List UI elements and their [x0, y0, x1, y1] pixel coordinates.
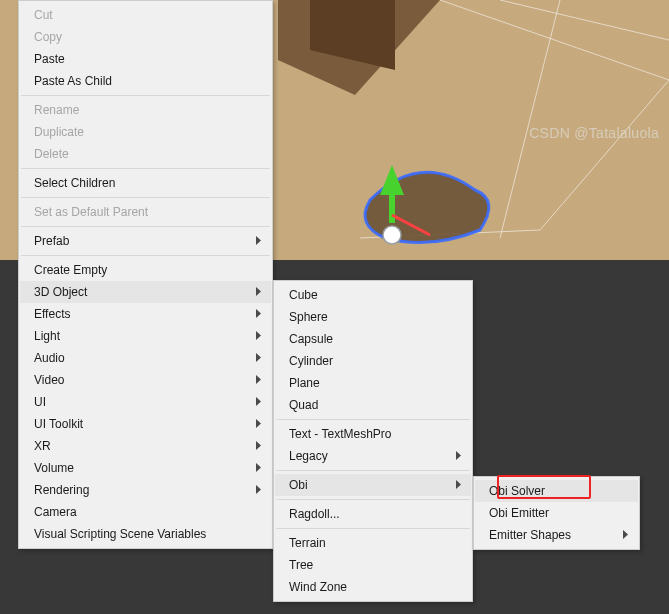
menu-item-label: Create Empty [34, 263, 107, 277]
menu-item-label: Wind Zone [289, 580, 347, 594]
context-menu-main[interactable]: CutCopyPastePaste As ChildRenameDuplicat… [18, 0, 273, 549]
context-menu-3d-object[interactable]: CubeSphereCapsuleCylinderPlaneQuadText -… [273, 280, 473, 602]
menu-item-label: UI Toolkit [34, 417, 83, 431]
menu-item-video[interactable]: Video [20, 369, 271, 391]
menu-separator [21, 168, 270, 169]
menu-item-xr[interactable]: XR [20, 435, 271, 457]
menu-item-ragdoll[interactable]: Ragdoll... [275, 503, 471, 525]
menu-separator [21, 226, 270, 227]
menu-item-label: Tree [289, 558, 313, 572]
menu-item-set-as-default-parent: Set as Default Parent [20, 201, 271, 223]
menu-item-label: Cube [289, 288, 318, 302]
menu-item-ui[interactable]: UI [20, 391, 271, 413]
menu-item-label: Audio [34, 351, 65, 365]
menu-separator [276, 499, 470, 500]
menu-item-camera[interactable]: Camera [20, 501, 271, 523]
menu-item-paste[interactable]: Paste [20, 48, 271, 70]
menu-item-label: Cylinder [289, 354, 333, 368]
menu-item-label: Capsule [289, 332, 333, 346]
menu-item-cylinder[interactable]: Cylinder [275, 350, 471, 372]
menu-item-label: Visual Scripting Scene Variables [34, 527, 206, 541]
menu-item-tree[interactable]: Tree [275, 554, 471, 576]
menu-item-label: Obi [289, 478, 308, 492]
menu-separator [276, 470, 470, 471]
menu-item-emitter-shapes[interactable]: Emitter Shapes [475, 524, 638, 546]
chevron-right-icon [255, 308, 263, 319]
menu-item-label: Quad [289, 398, 318, 412]
menu-item-copy: Copy [20, 26, 271, 48]
chevron-right-icon [255, 396, 263, 407]
menu-item-terrain[interactable]: Terrain [275, 532, 471, 554]
menu-item-visual-scripting-scene-variables[interactable]: Visual Scripting Scene Variables [20, 523, 271, 545]
menu-item-cube[interactable]: Cube [275, 284, 471, 306]
chevron-right-icon [255, 484, 263, 495]
chevron-right-icon [255, 418, 263, 429]
menu-item-effects[interactable]: Effects [20, 303, 271, 325]
menu-item-volume[interactable]: Volume [20, 457, 271, 479]
menu-separator [21, 95, 270, 96]
menu-item-label: Plane [289, 376, 320, 390]
menu-item-rendering[interactable]: Rendering [20, 479, 271, 501]
menu-item-3d-object[interactable]: 3D Object [20, 281, 271, 303]
menu-item-label: Obi Solver [489, 484, 545, 498]
chevron-right-icon [455, 450, 463, 461]
chevron-right-icon [255, 330, 263, 341]
menu-item-label: Volume [34, 461, 74, 475]
menu-item-label: Video [34, 373, 64, 387]
menu-item-label: Cut [34, 8, 53, 22]
chevron-right-icon [255, 440, 263, 451]
menu-item-audio[interactable]: Audio [20, 347, 271, 369]
menu-item-label: Rendering [34, 483, 89, 497]
chevron-right-icon [255, 352, 263, 363]
menu-item-legacy[interactable]: Legacy [275, 445, 471, 467]
menu-item-ui-toolkit[interactable]: UI Toolkit [20, 413, 271, 435]
menu-item-label: Set as Default Parent [34, 205, 148, 219]
context-menu-obi[interactable]: Obi SolverObi EmitterEmitter Shapes [473, 476, 640, 550]
menu-item-label: Ragdoll... [289, 507, 340, 521]
chevron-right-icon [255, 286, 263, 297]
menu-item-rename: Rename [20, 99, 271, 121]
menu-item-light[interactable]: Light [20, 325, 271, 347]
chevron-right-icon [622, 529, 630, 540]
menu-item-label: Obi Emitter [489, 506, 549, 520]
menu-item-label: Copy [34, 30, 62, 44]
menu-item-label: Paste As Child [34, 74, 112, 88]
menu-item-plane[interactable]: Plane [275, 372, 471, 394]
menu-item-label: Sphere [289, 310, 328, 324]
menu-item-sphere[interactable]: Sphere [275, 306, 471, 328]
menu-separator [21, 255, 270, 256]
menu-item-label: Text - TextMeshPro [289, 427, 391, 441]
menu-item-delete: Delete [20, 143, 271, 165]
menu-separator [21, 197, 270, 198]
chevron-right-icon [255, 235, 263, 246]
menu-item-cut: Cut [20, 4, 271, 26]
menu-separator [276, 419, 470, 420]
menu-item-label: Rename [34, 103, 79, 117]
menu-item-label: Prefab [34, 234, 69, 248]
menu-item-label: Delete [34, 147, 69, 161]
menu-item-obi-emitter[interactable]: Obi Emitter [475, 502, 638, 524]
menu-item-label: UI [34, 395, 46, 409]
menu-item-label: Camera [34, 505, 77, 519]
menu-item-label: Effects [34, 307, 70, 321]
menu-item-label: Duplicate [34, 125, 84, 139]
menu-item-text-textmeshpro[interactable]: Text - TextMeshPro [275, 423, 471, 445]
menu-item-label: Select Children [34, 176, 115, 190]
menu-item-paste-as-child[interactable]: Paste As Child [20, 70, 271, 92]
menu-item-wind-zone[interactable]: Wind Zone [275, 576, 471, 598]
menu-item-capsule[interactable]: Capsule [275, 328, 471, 350]
menu-item-quad[interactable]: Quad [275, 394, 471, 416]
menu-item-label: Light [34, 329, 60, 343]
menu-item-duplicate: Duplicate [20, 121, 271, 143]
menu-item-label: XR [34, 439, 51, 453]
menu-item-create-empty[interactable]: Create Empty [20, 259, 271, 281]
menu-item-label: 3D Object [34, 285, 87, 299]
menu-item-label: Terrain [289, 536, 326, 550]
menu-item-select-children[interactable]: Select Children [20, 172, 271, 194]
menu-separator [276, 528, 470, 529]
svg-point-11 [383, 226, 401, 244]
menu-item-obi-solver[interactable]: Obi Solver [475, 480, 638, 502]
menu-item-label: Emitter Shapes [489, 528, 571, 542]
menu-item-obi[interactable]: Obi [275, 474, 471, 496]
menu-item-prefab[interactable]: Prefab [20, 230, 271, 252]
